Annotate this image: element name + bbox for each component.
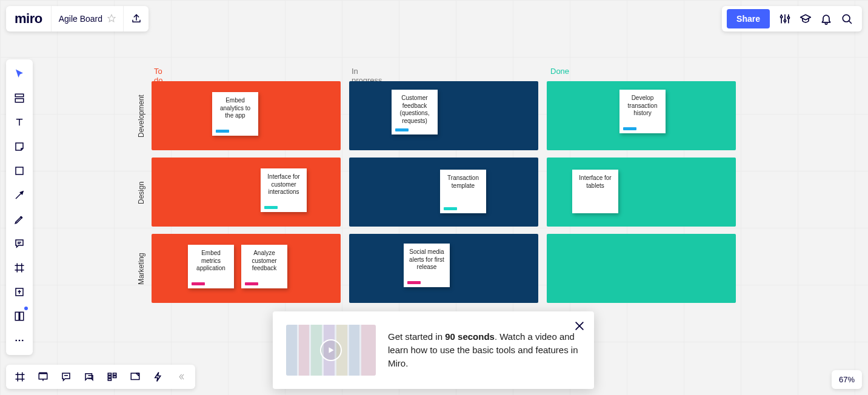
card-text: Interface for tablets	[579, 174, 611, 189]
svg-rect-10	[15, 99, 24, 102]
card-tag	[395, 128, 409, 131]
bottom-toolbar	[6, 365, 195, 389]
card-tag	[444, 207, 457, 210]
svg-rect-21	[15, 312, 19, 320]
card-text: Analyze customer feedback	[252, 250, 276, 271]
cell-marketing-progress[interactable]: Social media alerts for first release	[349, 234, 538, 303]
svg-point-4	[781, 16, 783, 18]
card-marketing-todo-0[interactable]: Embed metrics application	[188, 245, 234, 288]
card-text: Interface for customer interactions	[267, 173, 299, 195]
cell-marketing-done[interactable]	[547, 234, 736, 303]
svg-point-23	[15, 340, 17, 342]
card-dev-prog-0[interactable]: Customer feedback (questions, requests)	[392, 90, 438, 134]
more-tool[interactable]	[6, 328, 33, 353]
present-icon[interactable]	[32, 366, 55, 388]
svg-point-25	[22, 340, 24, 342]
cell-marketing-todo[interactable]: Embed metrics application Analyze custom…	[152, 234, 341, 303]
cell-design-progress[interactable]: Transaction template	[349, 158, 538, 227]
logo[interactable]: miro	[6, 6, 51, 32]
card-text: Embed analytics to the app	[220, 97, 250, 119]
card-marketing-todo-1[interactable]: Analyze customer feedback	[241, 245, 287, 288]
templates-tool[interactable]	[6, 86, 33, 110]
card-text: Social media alerts for first release	[409, 248, 444, 270]
svg-rect-11	[16, 167, 23, 174]
card-dev-done-0[interactable]: Develop transaction history	[619, 90, 666, 133]
cell-dev-done[interactable]: Develop transaction history	[547, 81, 736, 150]
apps-tool[interactable]	[6, 304, 33, 328]
card-design-done-0[interactable]: Interface for tablets	[572, 170, 618, 213]
topbar-left: miro Agile Board	[6, 6, 149, 32]
card-tag	[216, 130, 229, 133]
svg-rect-34	[108, 373, 111, 375]
line-tool[interactable]	[6, 183, 33, 207]
card-tag	[192, 282, 205, 285]
card-design-prog-0[interactable]: Transaction template	[440, 170, 486, 213]
star-icon[interactable]	[107, 14, 116, 24]
card-design-todo-0[interactable]: Interface for customer interactions	[261, 168, 307, 212]
close-icon[interactable]	[573, 320, 586, 334]
comment-tool[interactable]	[6, 231, 33, 256]
cell-design-done[interactable]: Interface for tablets	[547, 158, 736, 227]
screenshare-icon[interactable]	[124, 366, 147, 388]
svg-point-5	[784, 20, 786, 22]
activity-icon[interactable]	[147, 366, 170, 388]
card-text: Embed metrics application	[196, 250, 225, 271]
svg-line-8	[849, 21, 852, 24]
svg-rect-39	[131, 373, 139, 380]
settings-icon[interactable]	[775, 8, 795, 29]
bell-icon[interactable]	[816, 8, 836, 29]
sticky-tool[interactable]	[6, 134, 33, 159]
card-marketing-prog-0[interactable]: Social media alerts for first release	[404, 244, 450, 287]
logo-text: miro	[15, 11, 42, 27]
svg-rect-36	[108, 379, 111, 380]
svg-rect-38	[113, 376, 116, 378]
swimlane-label-development: Development	[137, 82, 145, 150]
shape-tool[interactable]	[6, 159, 33, 183]
video-thumbnail[interactable]	[286, 325, 376, 376]
svg-rect-37	[113, 373, 116, 375]
column-header-done: Done	[550, 67, 569, 76]
svg-point-6	[787, 17, 789, 19]
zoom-indicator[interactable]: 67%	[832, 370, 862, 389]
zoom-value: 67%	[839, 375, 855, 384]
svg-rect-30	[39, 374, 47, 379]
comments-panel-icon[interactable]	[55, 366, 78, 388]
svg-point-24	[19, 340, 21, 342]
play-icon	[320, 339, 342, 361]
card-tag	[407, 281, 421, 284]
board-title: Agile Board	[59, 14, 102, 24]
select-tool[interactable]	[6, 62, 33, 86]
new-badge-dot	[24, 307, 28, 310]
share-button[interactable]: Share	[727, 9, 770, 28]
cell-design-todo[interactable]: Interface for customer interactions	[152, 158, 341, 227]
collapse-icon[interactable]	[170, 366, 193, 388]
frame-tool[interactable]	[6, 256, 33, 280]
cell-dev-todo[interactable]: Embed analytics to the app	[152, 81, 341, 150]
export-icon	[131, 13, 142, 24]
board-title-box[interactable]: Agile Board	[51, 6, 123, 32]
popup-text: Get started in 90 seconds. Watch a video…	[388, 330, 581, 370]
swimlane-label-design: Design	[137, 159, 145, 227]
learn-icon[interactable]	[795, 8, 816, 29]
svg-marker-0	[108, 15, 115, 22]
popup-bold: 90 seconds	[445, 331, 495, 342]
chat-icon[interactable]	[78, 366, 101, 388]
card-text: Develop transaction history	[628, 95, 658, 116]
cards-icon[interactable]	[101, 366, 124, 388]
upload-tool[interactable]	[6, 280, 33, 304]
export-button[interactable]	[123, 6, 149, 32]
card-tag	[264, 206, 278, 209]
onboarding-popup: Get started in 90 seconds. Watch a video…	[273, 311, 594, 389]
left-toolbar	[6, 59, 33, 355]
card-tag	[623, 127, 636, 130]
pen-tool[interactable]	[6, 207, 33, 231]
card-dev-todo-0[interactable]: Embed analytics to the app	[212, 92, 258, 136]
card-tag	[245, 282, 258, 285]
text-tool[interactable]	[6, 110, 33, 134]
frames-panel-icon[interactable]	[8, 366, 32, 388]
svg-rect-9	[15, 94, 24, 97]
popup-prefix: Get started in	[388, 331, 445, 342]
search-icon[interactable]	[836, 8, 857, 29]
cell-dev-progress[interactable]: Customer feedback (questions, requests)	[349, 81, 538, 150]
svg-rect-35	[108, 376, 111, 378]
